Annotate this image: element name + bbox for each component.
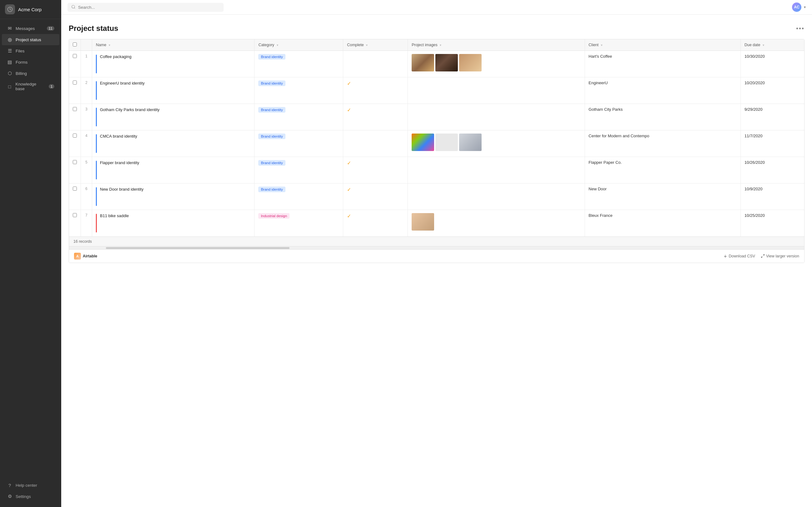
project-image [435, 54, 458, 71]
row-checkbox[interactable] [73, 160, 77, 164]
row-complete-cell: ✓ [343, 104, 408, 130]
row-num-cell: 2 [81, 77, 92, 104]
row-checkbox[interactable] [73, 107, 77, 111]
table-row[interactable]: 3Gotham City Parks brand identityBrand i… [69, 104, 804, 130]
table-row[interactable]: 5Flapper brand identityBrand identity✓Fl… [69, 157, 804, 183]
app-logo [5, 4, 15, 14]
row-checkbox[interactable] [73, 54, 77, 58]
row-category-cell[interactable]: Brand identity [255, 77, 343, 104]
sidebar-item-label: Project status [16, 38, 41, 42]
due-date-sort-icon: ▾ [763, 43, 764, 47]
table-row[interactable]: 2EngineerU brand identityBrand identity✓… [69, 77, 804, 104]
row-client-cell: Hart's Coffee [585, 51, 741, 77]
forms-icon: ▤ [7, 59, 12, 65]
project-image [459, 133, 481, 151]
row-checkbox[interactable] [73, 186, 77, 191]
row-checkbox[interactable] [73, 133, 77, 137]
row-name-cell[interactable]: Coffee packaging [92, 51, 255, 77]
col-category[interactable]: Category ▾ [255, 39, 343, 51]
row-checkbox-cell[interactable] [69, 51, 81, 77]
row-name-cell[interactable]: New Door brand identity [92, 183, 255, 210]
client-name: Gotham City Parks [589, 107, 623, 112]
horizontal-scrollbar[interactable] [69, 246, 804, 249]
col-checkbox[interactable] [69, 39, 81, 51]
row-category-cell[interactable]: Brand identity [255, 157, 343, 183]
svg-point-1 [72, 5, 74, 8]
row-images-cell[interactable] [408, 157, 585, 183]
row-category-cell[interactable]: Brand identity [255, 130, 343, 157]
row-checkbox-cell[interactable] [69, 77, 81, 104]
search-wrapper[interactable] [67, 3, 223, 12]
files-icon: ☰ [7, 48, 12, 54]
row-name-cell[interactable]: Flapper brand identity [92, 157, 255, 183]
row-bar [96, 187, 97, 206]
messages-icon: ✉ [7, 25, 12, 31]
row-name-cell[interactable]: Gotham City Parks brand identity [92, 104, 255, 130]
row-category-cell[interactable]: Brand identity [255, 51, 343, 77]
sidebar-item-settings[interactable]: ⚙ Settings [2, 491, 59, 502]
records-count: 16 records [73, 239, 92, 244]
row-client-cell: Gotham City Parks [585, 104, 741, 130]
row-name-cell[interactable]: EngineerU brand identity [92, 77, 255, 104]
row-checkbox-cell[interactable] [69, 104, 81, 130]
page-title: Project status [69, 24, 118, 33]
due-date: 11/7/2020 [745, 133, 763, 138]
col-client-label: Client [589, 43, 599, 47]
row-name-cell[interactable]: B11 bike saddle [92, 210, 255, 236]
row-checkbox-cell[interactable] [69, 157, 81, 183]
scrollbar-thumb[interactable] [106, 247, 290, 249]
project-status-icon: ◎ [7, 37, 12, 43]
row-images-cell[interactable] [408, 104, 585, 130]
row-checkbox-cell[interactable] [69, 183, 81, 210]
col-due-date[interactable]: Due date ▾ [741, 39, 804, 51]
col-complete[interactable]: Complete ▾ [343, 39, 408, 51]
table-row[interactable]: 6New Door brand identityBrand identity✓N… [69, 183, 804, 210]
row-checkbox[interactable] [73, 80, 77, 84]
search-input[interactable] [78, 5, 220, 10]
col-client[interactable]: Client ▾ [585, 39, 741, 51]
row-checkbox[interactable] [73, 213, 77, 217]
sidebar-item-files[interactable]: ☰ Files [2, 45, 59, 56]
sidebar-item-billing[interactable]: ⬡ Billing [2, 68, 59, 79]
project-images [412, 133, 481, 151]
due-date: 10/9/2020 [745, 186, 763, 191]
row-images-cell[interactable] [408, 77, 585, 104]
row-name-cell[interactable]: CMCA brand identity [92, 130, 255, 157]
sidebar-item-knowledge-base[interactable]: □ Knowledge base 1 [2, 79, 59, 94]
complete-sort-icon: ▾ [366, 43, 368, 47]
row-images-cell[interactable] [408, 210, 585, 236]
row-category-cell[interactable]: Brand identity [255, 104, 343, 130]
view-larger-button[interactable]: View larger version [761, 254, 799, 258]
sidebar-item-messages[interactable]: ✉ Messages 11 [2, 23, 59, 34]
row-category-cell[interactable]: Brand identity [255, 183, 343, 210]
row-images-cell[interactable] [408, 183, 585, 210]
row-checkbox-cell[interactable] [69, 130, 81, 157]
sidebar-item-help-center[interactable]: ? Help center [2, 480, 59, 491]
category-tag: Brand identity [258, 80, 285, 86]
table-row[interactable]: 7B11 bike saddleIndustrial design✓Bleux … [69, 210, 804, 236]
avatar[interactable]: AC [792, 2, 801, 12]
main-content: AC ▾ Project status ••• Name [61, 0, 812, 507]
client-name: Hart's Coffee [589, 54, 612, 59]
download-icon [723, 254, 727, 258]
chevron-down-icon[interactable]: ▾ [804, 5, 806, 9]
sidebar-item-project-status[interactable]: ◎ Project status [2, 34, 59, 45]
due-date: 10/26/2020 [745, 160, 765, 165]
col-name[interactable]: Name ▾ [92, 39, 255, 51]
row-category-cell[interactable]: Industrial design [255, 210, 343, 236]
category-tag: Brand identity [258, 186, 285, 192]
more-options-button[interactable]: ••• [796, 25, 805, 32]
project-image [412, 213, 434, 231]
page-header: Project status ••• [69, 24, 805, 33]
row-due-date-cell: 11/7/2020 [741, 130, 804, 157]
row-images-cell[interactable] [408, 51, 585, 77]
download-csv-button[interactable]: Download CSV [723, 254, 755, 258]
row-name: Flapper brand identity [100, 160, 139, 166]
sidebar-item-forms[interactable]: ▤ Forms [2, 56, 59, 68]
table-row[interactable]: 4CMCA brand identityBrand identityCenter… [69, 130, 804, 157]
row-images-cell[interactable] [408, 130, 585, 157]
table-row[interactable]: 1Coffee packagingBrand identityHart's Co… [69, 51, 804, 77]
row-checkbox-cell[interactable] [69, 210, 81, 236]
col-project-images[interactable]: Project images ▾ [408, 39, 585, 51]
select-all-checkbox[interactable] [73, 43, 77, 47]
